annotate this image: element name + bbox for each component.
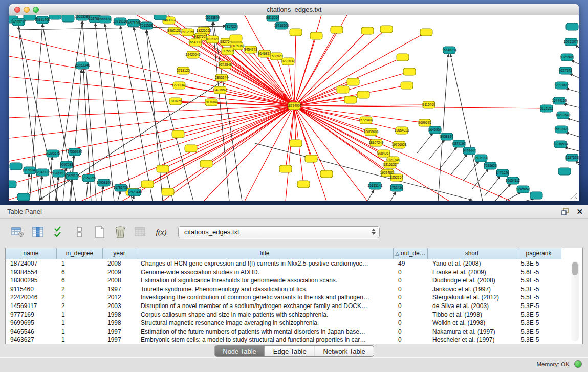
graph-node-label: 8252254 [390, 176, 403, 179]
table-row[interactable]: 969969511998Structural magnetic resonanc… [6, 319, 582, 327]
graph-node[interactable] [230, 35, 242, 42]
graph-node[interactable] [558, 168, 571, 175]
table-cell-pagerank: 5.3E-5 [516, 259, 561, 268]
graph-node[interactable] [141, 181, 154, 188]
create-column-button[interactable] [92, 225, 107, 239]
citation-graph[interactable]: 7463822896012389129551822605898275031654… [9, 15, 579, 201]
graph-node[interactable] [154, 15, 166, 20]
table-row[interactable]: 1456911722003Disruption of a novel membe… [6, 302, 582, 311]
column-header-pagerank[interactable]: pagerank [516, 248, 561, 259]
table-cell-pagerank: 5.3E-5 [516, 311, 561, 319]
graph-node[interactable] [290, 29, 302, 36]
graph-node-label: 14055717 [11, 20, 26, 24]
scrollbar-thumb[interactable] [572, 262, 578, 275]
table-cell-title: Estimation of significance thresholds fo… [136, 276, 394, 285]
window-resize-grip-icon[interactable] [570, 192, 578, 200]
close-panel-icon[interactable]: ✕ [576, 208, 583, 216]
graph-node-label: 12093872 [554, 83, 569, 87]
graph-node-label: 18724007 [287, 104, 302, 107]
table-row[interactable]: 1938455462009Genome-wide association stu… [6, 268, 582, 277]
table-row[interactable]: 977716911998Corpus callosum shape and si… [6, 311, 582, 319]
graph-node[interactable] [290, 140, 302, 147]
table-row[interactable]: 1872400712008Changes of HCN gene express… [6, 259, 582, 268]
graph-node[interactable] [566, 23, 578, 30]
table-row[interactable]: 946554611997Estimation of the future num… [6, 327, 582, 336]
column-header-name[interactable]: name [6, 248, 57, 259]
graph-node-label: 9245652 [516, 187, 530, 191]
table-row[interactable]: 946362711997Embryonic stem cells: a mode… [6, 336, 582, 344]
tab-edge-table[interactable]: Edge Table [265, 346, 315, 356]
tab-network-table[interactable]: Network Table [315, 346, 374, 356]
graph-node[interactable] [62, 15, 74, 22]
delete-table-button[interactable] [133, 225, 148, 239]
graph-node[interactable] [420, 29, 432, 36]
graph-node-label: 17957255 [81, 176, 96, 180]
tab-node-table[interactable]: Node Table [214, 346, 265, 356]
graph-node[interactable] [347, 78, 359, 85]
table-cell-pagerank: 5.3E-5 [516, 285, 561, 294]
table-mode-button[interactable] [10, 225, 26, 239]
graph-node[interactable] [10, 163, 22, 170]
table-cell-title: Estimation of the future numbers of pati… [136, 327, 394, 336]
graph-node[interactable] [344, 96, 357, 103]
table-cell-out_degree: 0 [394, 311, 428, 319]
row-height-button[interactable] [72, 225, 87, 239]
graph-node[interactable] [357, 91, 369, 98]
graph-node[interactable] [310, 32, 322, 39]
graph-node-label: 15692071 [554, 127, 569, 131]
column-header-short[interactable]: short [428, 248, 516, 259]
graph-node[interactable] [401, 82, 413, 89]
graph-node[interactable] [172, 130, 184, 138]
graph-node-label: 19756928 [392, 143, 407, 146]
column-header-title[interactable]: title [136, 248, 394, 259]
graph-node-label: 8471626 [496, 171, 509, 174]
graph-node[interactable] [157, 165, 169, 172]
graph-node[interactable] [279, 165, 292, 172]
graph-node[interactable] [331, 26, 343, 33]
column-header-out_degree[interactable]: △out_de… [394, 248, 428, 259]
graph-node[interactable] [200, 160, 212, 167]
table-toolbar: f(x) citations_edges.txt [10, 225, 380, 239]
status-bar: Memory: OK [0, 357, 588, 372]
table-row[interactable]: 911546021997Tourette syndrome. Phenomeno… [6, 285, 582, 294]
graph-node-label: 1815132 [383, 163, 397, 166]
table-scrollbar[interactable] [571, 261, 579, 341]
graph-node[interactable] [530, 192, 542, 199]
select-all-button[interactable] [51, 225, 67, 239]
graph-node[interactable] [24, 15, 36, 20]
graph-node-label: 12942737 [35, 170, 50, 174]
table-cell-short: Nakamura et al. (1997) [428, 327, 516, 336]
table-cell-title: Tourette syndrome. Phenomenology and cla… [136, 285, 394, 294]
column-header-year[interactable]: year [103, 248, 136, 259]
graph-node[interactable] [49, 15, 61, 19]
table-row[interactable]: 2242004622012Investigating the contribut… [6, 293, 582, 302]
table-cell-year: 1997 [103, 336, 136, 344]
function-builder-button[interactable]: f(x) [154, 225, 169, 239]
graph-node[interactable] [9, 181, 16, 188]
memory-indicator[interactable] [574, 360, 582, 368]
table-row[interactable]: 1830029562008Estimation of significance … [6, 276, 582, 285]
node-table: namein_degreeyeartitle△out_de…shortpager… [5, 248, 583, 344]
graph-node[interactable] [380, 26, 393, 33]
graph-node[interactable] [397, 54, 409, 61]
show-columns-button[interactable] [31, 225, 46, 239]
graph-node[interactable] [162, 188, 174, 195]
graph-node[interactable] [320, 170, 333, 178]
column-header-in_degree[interactable]: in_degree [57, 248, 103, 259]
graph-node[interactable] [337, 86, 349, 93]
table-cell-short: Jankovic et al. (1997) [428, 285, 516, 294]
graph-node[interactable] [17, 193, 30, 201]
graph-node[interactable] [305, 155, 317, 162]
delete-column-button[interactable] [113, 225, 128, 239]
table-panel-header[interactable]: Table Panel ✕ [0, 205, 588, 219]
graph-node[interactable] [361, 27, 374, 34]
table-selector-dropdown[interactable]: citations_edges.txt [178, 226, 380, 238]
graph-node[interactable] [185, 145, 197, 152]
network-canvas[interactable]: 7463822896012389129551822605898275031654… [9, 15, 579, 201]
table-cell-in_degree: 1 [57, 259, 103, 268]
graph-node[interactable] [403, 68, 416, 75]
window-titlebar[interactable]: citations_edges.txt [9, 4, 579, 15]
graph-node[interactable] [297, 181, 310, 188]
network-window[interactable]: citations_edges.txt 74638228960123891295… [9, 4, 579, 201]
float-panel-icon[interactable] [561, 207, 570, 216]
